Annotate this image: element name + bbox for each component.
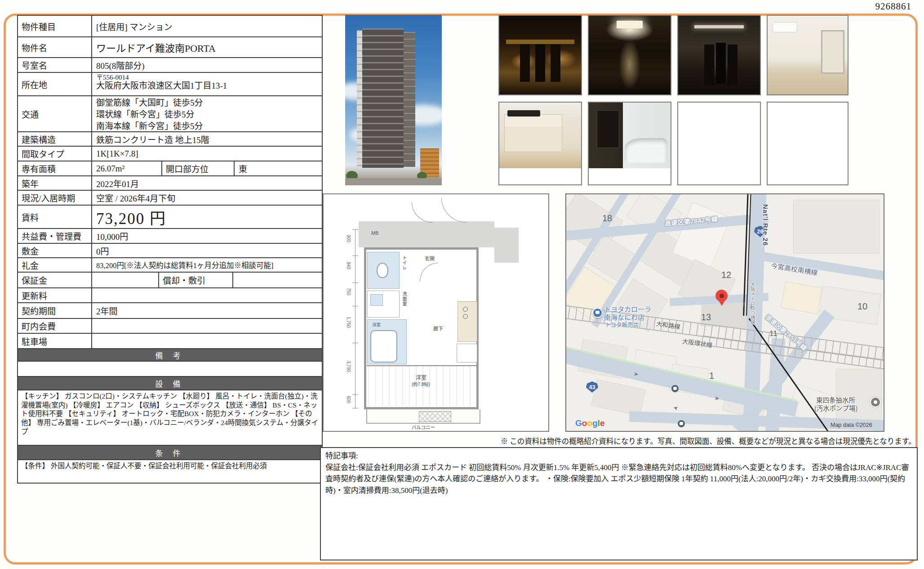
table-row: 建築構造鉄筋コンクリート造 地上15階 [18, 131, 322, 146]
amortization-value [233, 273, 322, 287]
row-label: 契約期間 [18, 303, 92, 318]
burner-shape [463, 314, 468, 319]
entrance-image [499, 16, 581, 94]
table-row: 契約期間2年間 [18, 302, 322, 318]
row-label: 敷金 [18, 244, 92, 257]
reference-number: 9268861 [875, 1, 912, 12]
floorplan-panel: 900 940 750 1,750 3,790 600 MB 玄関 トイレ 洗面… [323, 193, 549, 432]
block-number: 10 [857, 301, 867, 312]
row-label: 物件種目 [18, 16, 92, 36]
remarks-body [18, 361, 322, 376]
row-value: [住居用] マンション [92, 16, 322, 36]
remarks-header: 備 考 [18, 348, 322, 361]
area-value: 26.07m² [92, 161, 161, 175]
dimension-label: 900 [346, 235, 351, 242]
meter-box-label: MB [371, 230, 379, 236]
row-label: 償却・敷引 [158, 273, 233, 287]
address-value: 〒556-0014 大阪府大阪市浪速区大国1丁目13-1 [92, 73, 322, 95]
fridge-space [457, 344, 477, 363]
room-wall [367, 365, 477, 366]
block-number: 1 [709, 371, 714, 381]
row-value [92, 319, 322, 333]
burner-shape [463, 307, 468, 312]
property-name: ワールドアイ難波南PORTA [92, 37, 322, 57]
row-label: 専有面積 [18, 161, 92, 175]
row-label: 礼金 [18, 258, 92, 272]
train-station-icon [671, 385, 679, 392]
table-row: 交通 御堂筋線「大国町」徒歩5分 環状線「新今宮」徒歩5分 南海本線「新今宮」徒… [18, 95, 322, 131]
pump-poi-icon [870, 397, 881, 408]
bathtub-fixture [370, 330, 397, 363]
google-letter: g [592, 418, 598, 428]
photo-placeholder-empty [767, 102, 848, 185]
postal-code: 〒556-0014 [96, 74, 318, 81]
google-letter: o [587, 418, 592, 428]
table-row: 保証金 償却・敷引 [18, 272, 322, 287]
key-money-value: 83,200円[※法人契約は総賃料1ヶ月分追加※相談可能] [92, 258, 322, 272]
photo-building-exterior [345, 15, 442, 185]
row-label: 保証金 [18, 273, 92, 287]
row-value [92, 288, 322, 302]
block-number: 13 [701, 312, 711, 323]
google-logo: Google [575, 418, 604, 428]
photo-entrance [498, 15, 582, 95]
photo-placeholder-empty [677, 102, 761, 185]
pump-station-name: (汚水ポンプ場) [814, 403, 857, 412]
special-notes-title: 特記事項: [325, 450, 912, 462]
room-size-label: (約7.8帖) [412, 381, 430, 387]
equipment-header: 設 備 [18, 376, 322, 390]
transport-value: 御堂筋線「大国町」徒歩5分 環状線「新今宮」徒歩5分 南海本線「新今宮」徒歩5分 [92, 96, 322, 131]
table-row: 町内会費 [18, 318, 322, 333]
special-notes-body: 保証会社:保証会社利用必須 エポスカード 初回総賃料50% 月次更新1.5% 年… [325, 462, 912, 497]
toyota-poi-type: トヨタ販売店 [605, 320, 639, 329]
photo-bathroom [588, 102, 671, 185]
property-location-pin [715, 290, 728, 302]
table-row: 間取タイプ1K[1K×7.8] [18, 146, 322, 161]
dimension-tick [352, 343, 358, 343]
building-side-face [404, 32, 415, 167]
disclaimer-note: ※ この資料は物件の概略紹介資料になります。写真、間取図面、設備、概要などが現況… [501, 435, 916, 446]
row-value: 鉄筋コンクリート造 地上15階 [92, 132, 322, 146]
table-row: 号室名805(8階部分) [18, 57, 322, 72]
row-label: 共益費・管理費 [18, 229, 92, 243]
dimension-label: 1,750 [346, 317, 351, 328]
table-row: 共益費・管理費10,000円 [18, 228, 322, 243]
block-number: 18 [602, 213, 612, 224]
photo-lobby [588, 15, 671, 95]
row-value: 805(8階部分) [92, 58, 322, 72]
common-corridor-step [494, 228, 519, 263]
hallway-image [678, 16, 760, 94]
table-row: 駐車場 [18, 333, 322, 348]
row-value [92, 334, 322, 348]
dimension-line [355, 229, 355, 408]
block-number: 11 [769, 329, 777, 338]
transport-line: 御堂筋線「大国町」徒歩5分 [96, 97, 318, 109]
dimension-label: 750 [346, 288, 351, 296]
row-label: 号室名 [18, 58, 92, 72]
photo-kitchen [498, 102, 582, 185]
conditions-header: 条 件 [18, 445, 322, 459]
special-notes-box: 特記事項: 保証会社:保証会社利用必須 エポスカード 初回総賃料50% 月次更新… [320, 447, 918, 560]
dimension-tick [352, 229, 358, 230]
road-arrow: ➤ [672, 404, 679, 412]
equipment-body: 【キッチン】 ガスコンロ(2口)・システムキッチン 【水廻り】 風呂・トイレ・洗… [18, 390, 322, 445]
dimension-tick [352, 306, 358, 306]
row-label: 町内会費 [18, 319, 92, 333]
table-row: 築年2022年01月 [18, 175, 322, 190]
photo-room [767, 15, 848, 95]
row-label: 交通 [18, 96, 92, 131]
table-row: 物件名ワールドアイ難波南PORTA [18, 36, 322, 57]
road-arrow: ↓ [749, 303, 753, 309]
row-value: 0円 [92, 244, 322, 257]
block-number: 12 [721, 270, 731, 280]
row-label: 物件名 [18, 37, 92, 57]
conditions-body: 【条件】 外国人契約可能・保証人不要・保証会社利用可能・保証会社利用必須 [18, 459, 322, 483]
map-panel: 18 12 10 13 11 1 浪速区第2842号線 26 Nat'l Rte… [565, 193, 884, 432]
train-station-icon [678, 420, 685, 427]
dimension-label: 3,790 [346, 361, 351, 372]
table-row: 礼金83,200円[※法人契約は総賃料1ヶ月分追加※相談可能] [18, 257, 322, 272]
table-row: 現況/入居時期空室 / 2026年4月下旬 [18, 190, 322, 205]
dimension-label: 600 [346, 396, 351, 403]
row-value: 10,000円 [92, 229, 322, 243]
building-front-face [362, 28, 404, 168]
